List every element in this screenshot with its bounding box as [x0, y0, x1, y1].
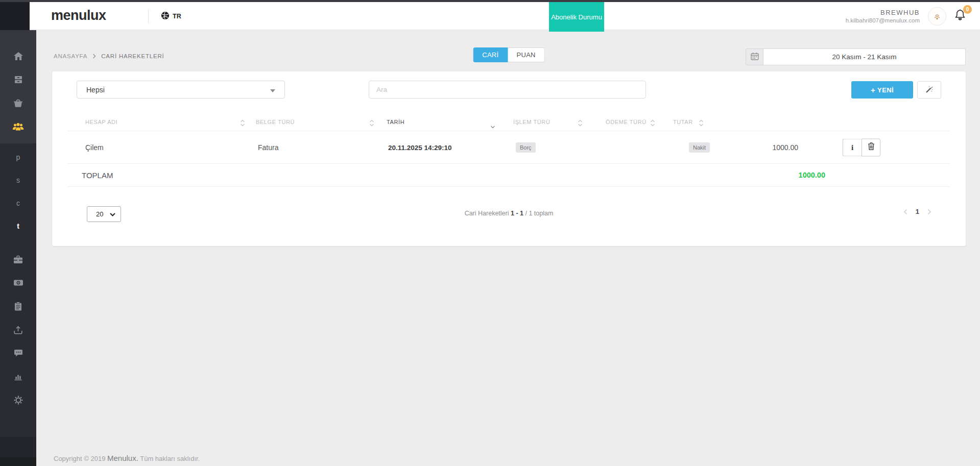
sort-icon-hesap-adi[interactable]: [240, 119, 245, 129]
sort-icon-odeme-turu[interactable]: [650, 119, 655, 129]
new-record-label: YENİ: [877, 86, 894, 94]
chevron-down-icon: [270, 86, 275, 94]
calendar-icon-box[interactable]: [746, 48, 763, 65]
footer: Copyright © 2019 Menulux. Tüm hakları sa…: [54, 454, 200, 462]
sort-icon-tarih-desc[interactable]: [490, 121, 495, 131]
tab-puan[interactable]: PUAN: [508, 47, 544, 62]
topbar: ANASAYFA CARİ HAREKETLERİ CARİ PUAN 20 K…: [52, 47, 966, 65]
app-logo[interactable]: menulux: [51, 8, 106, 23]
col-header-tarih[interactable]: TARİH: [387, 119, 404, 125]
cell-odeme-turu-badge: Nakit: [689, 142, 710, 153]
view-tabs: CARİ PUAN: [473, 47, 545, 62]
main-content: ANASAYFA CARİ HAREKETLERİ CARİ PUAN 20 K…: [36, 30, 980, 466]
calendar-icon: [751, 52, 759, 62]
delete-button[interactable]: [862, 138, 880, 156]
summary-prefix: Cari Hareketleri: [465, 210, 511, 217]
footer-brand: Menulux.: [107, 454, 138, 462]
gear-icon: [14, 396, 23, 407]
breadcrumb-chevron-icon: [92, 52, 96, 61]
globe-icon: [161, 11, 170, 22]
sidebar-item-reports[interactable]: [0, 296, 36, 319]
user-email: h.kilbahri807@menulux.com: [846, 17, 920, 23]
tab-cari[interactable]: CARİ: [473, 47, 508, 62]
language-selector[interactable]: TR: [161, 9, 181, 23]
bar-chart-icon: [14, 373, 22, 383]
breadcrumb-current: CARİ HAREKETLERİ: [101, 53, 164, 59]
sidebar-footer-strip: [0, 437, 36, 466]
pagination-summary: Cari Hareketleri 1 - 1 / 1 toplam: [67, 210, 950, 217]
col-header-belge-turu[interactable]: BELGE TÜRÜ: [256, 119, 295, 125]
col-header-tutar[interactable]: TUTAR: [673, 119, 693, 125]
modules-icon: [14, 75, 23, 86]
next-page-icon[interactable]: [927, 209, 931, 215]
cell-tutar: 1000.00: [721, 143, 798, 152]
user-name: BREWHUB: [846, 9, 920, 16]
breadcrumb-home[interactable]: ANASAYFA: [54, 53, 87, 59]
col-header-hesap-adi[interactable]: HESAP ADI: [85, 119, 117, 125]
sidebar-logo-block: [0, 2, 30, 30]
info-icon: i: [851, 143, 853, 152]
sidebar-item-customers-active[interactable]: [0, 116, 36, 139]
info-button[interactable]: i: [843, 138, 862, 156]
date-range-picker[interactable]: 20 Kasım - 21 Kasım: [746, 48, 966, 65]
summary-suffix: / 1 toplam: [523, 210, 553, 217]
table-header-row: HESAP ADI BELGE TÜRÜ TARİH İŞLEM TÜRÜ ÖD…: [67, 114, 950, 131]
sidebar-submenu-item-s[interactable]: s: [0, 168, 36, 191]
banknote-icon: [13, 279, 23, 288]
cell-hesap-adi: Çilem: [85, 143, 104, 152]
plus-icon: +: [871, 86, 875, 94]
search-input[interactable]: [369, 81, 646, 99]
sidebar-item-messages[interactable]: [0, 342, 36, 366]
sort-icon-tutar[interactable]: [699, 119, 704, 129]
subscription-status-button[interactable]: Abonelik Durumu: [549, 2, 604, 32]
briefcase-icon: [13, 255, 23, 266]
account-filter-select[interactable]: Hepsi: [77, 81, 285, 99]
quick-edit-button[interactable]: [917, 81, 941, 99]
sidebar-item-export[interactable]: [0, 319, 36, 342]
prev-page-icon[interactable]: [903, 209, 907, 215]
export-icon: [14, 326, 22, 336]
sort-icon-belge-turu[interactable]: [369, 119, 374, 129]
language-label: TR: [173, 13, 181, 20]
trash-icon: [868, 142, 875, 153]
top-strip: [0, 0, 980, 2]
sidebar-item-products[interactable]: [0, 92, 36, 116]
user-menu[interactable]: BREWHUB h.kilbahri807@menulux.com: [846, 9, 920, 23]
footer-rights: Tüm hakları saklıdır.: [138, 455, 200, 462]
sidebar-item-business[interactable]: [0, 249, 36, 272]
sidebar-submenu-item-p[interactable]: p: [0, 145, 36, 168]
new-record-button[interactable]: + YENİ: [851, 81, 913, 99]
cell-tarih: 20.11.2025 14:29:10: [388, 143, 452, 151]
sidebar-item-modules[interactable]: [0, 69, 36, 92]
page-number[interactable]: 1: [916, 208, 919, 215]
customers-icon: [12, 122, 24, 133]
transactions-table: HESAP ADI BELGE TÜRÜ TARİH İŞLEM TÜRÜ ÖD…: [67, 114, 950, 187]
sidebar: p s c t: [0, 2, 36, 466]
wand-icon: [925, 85, 934, 95]
sort-icon-islem-turu[interactable]: [578, 119, 583, 129]
sidebar-item-statistics[interactable]: [0, 366, 36, 389]
breadcrumb: ANASAYFA CARİ HAREKETLERİ: [54, 52, 164, 61]
date-range-value[interactable]: 20 Kasım - 21 Kasım: [763, 48, 966, 65]
col-header-islem-turu[interactable]: İŞLEM TÜRÜ: [513, 119, 550, 125]
sidebar-item-payments[interactable]: [0, 272, 36, 296]
chat-icon: [14, 349, 23, 359]
sidebar-submenu: p s c t: [0, 143, 36, 237]
basket-icon: [13, 99, 23, 110]
table-total-row: TOPLAM 1000.00: [67, 164, 950, 187]
sidebar-submenu-item-c[interactable]: c: [0, 191, 36, 214]
footer-copyright: Copyright © 2019: [54, 455, 107, 462]
notifications-button[interactable]: 0: [954, 9, 968, 24]
navbar: menulux TR Abonelik Durumu BREWHUB h.kil…: [30, 2, 980, 30]
sidebar-item-home[interactable]: [0, 45, 36, 69]
col-header-odeme-turu[interactable]: ÖDEME TÜRÜ: [606, 119, 647, 125]
sidebar-item-settings[interactable]: [0, 389, 36, 413]
filter-row: Hepsi + YENİ: [77, 81, 941, 99]
sidebar-group-main: [0, 30, 36, 143]
avatar[interactable]: [928, 7, 946, 26]
card: Hepsi + YENİ HESAP ADI BELGE TÜRÜ TARİH …: [52, 71, 966, 246]
cell-islem-turu-badge: Borç: [516, 142, 536, 153]
sidebar-submenu-item-t-active[interactable]: t: [0, 214, 36, 237]
pagination-bar: 20 Cari Hareketleri 1 - 1 / 1 toplam 1: [67, 203, 950, 224]
notification-count-badge: 0: [963, 5, 972, 14]
